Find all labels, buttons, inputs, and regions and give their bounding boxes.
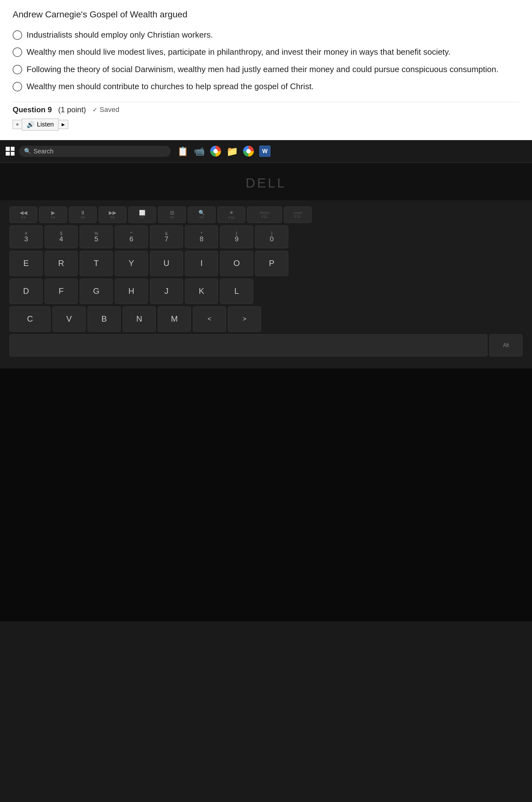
num-key-0[interactable]: ) 0 xyxy=(255,225,288,248)
key-p[interactable]: P xyxy=(255,251,288,276)
answer-option-c[interactable]: Following the theory of social Darwinism… xyxy=(13,63,519,75)
fn-key-f3[interactable]: ◀◀ F3 xyxy=(10,206,37,223)
key-u[interactable]: U xyxy=(150,251,183,276)
answer-option-d[interactable]: Wealthy men should contribute to churche… xyxy=(13,81,519,92)
play-button[interactable]: ▶ xyxy=(58,120,68,129)
num-key-8[interactable]: * 8 xyxy=(185,225,218,248)
f11-label: PrtScr xyxy=(260,211,270,215)
windows-logo-q2 xyxy=(11,147,15,151)
question-footer: Question 9 (1 point) ✓ Saved xyxy=(13,102,519,114)
key-d[interactable]: D xyxy=(10,279,43,304)
num8-char: 8 xyxy=(200,236,203,243)
asdf-row: D F G H J K L xyxy=(10,279,522,304)
f3-label: F3 xyxy=(21,216,25,220)
qwerty-row: E R T Y U I O P xyxy=(10,251,522,276)
f3-icon: ◀◀ xyxy=(20,210,27,216)
taskbar-icon-folder[interactable]: 📁 xyxy=(224,144,240,159)
saved-label: Saved xyxy=(99,106,119,114)
f7-icon: ⬜ xyxy=(139,210,146,216)
num0-char: 0 xyxy=(270,236,273,243)
fn-key-f8[interactable]: ⊟ F8 xyxy=(158,206,186,223)
hamburger-button[interactable]: ≡ xyxy=(13,120,22,129)
n-label: N xyxy=(136,314,142,324)
taskbar-icon-word[interactable]: W xyxy=(257,144,272,159)
f5-label: F5 xyxy=(81,216,85,220)
keyboard-area: DELL ◀◀ F3 ▶ F4 ⏸ F5 ▶▶ F6 ⬜ F7 xyxy=(0,163,532,369)
alt-key[interactable]: Alt xyxy=(489,334,522,356)
answer-options: Industrialists should employ only Christ… xyxy=(13,29,519,92)
f6-icon: ▶▶ xyxy=(109,210,116,216)
key-t[interactable]: T xyxy=(80,251,113,276)
f6-label: F6 xyxy=(111,216,115,220)
m-label: M xyxy=(171,314,178,324)
file-icon: 📋 xyxy=(177,146,188,156)
radio-b[interactable] xyxy=(13,48,22,57)
num-key-4[interactable]: $ 4 xyxy=(44,225,78,248)
key-b[interactable]: B xyxy=(88,306,121,332)
key-k[interactable]: K xyxy=(185,279,218,304)
key-f[interactable]: F xyxy=(44,279,78,304)
space-row: Alt xyxy=(10,334,522,356)
listen-button[interactable]: 🔊 Listen xyxy=(22,118,58,131)
dell-logo-area: DELL xyxy=(0,169,532,200)
answer-option-b[interactable]: Wealthy men should live modest lives, pa… xyxy=(13,46,519,58)
taskbar-icon-video[interactable]: 📹 xyxy=(192,144,207,159)
question-heading: Andrew Carnegie's Gospel of Wealth argue… xyxy=(13,10,519,20)
fn-key-f4[interactable]: ▶ F4 xyxy=(39,206,67,223)
key-h[interactable]: H xyxy=(115,279,148,304)
radio-a[interactable] xyxy=(13,30,22,40)
fn-key-f12[interactable]: Insert F12 xyxy=(284,206,312,223)
num-key-7[interactable]: & 7 xyxy=(150,225,183,248)
key-y[interactable]: Y xyxy=(115,251,148,276)
num9-char: 9 xyxy=(234,236,238,243)
key-j[interactable]: J xyxy=(150,279,183,304)
taskbar-icon-file[interactable]: 📋 xyxy=(175,144,190,159)
key-gt[interactable]: > xyxy=(228,306,261,332)
fn-key-f11[interactable]: PrtScr F11 xyxy=(247,206,282,223)
windows-logo-q1 xyxy=(6,147,10,151)
answer-text-d: Wealthy men should contribute to churche… xyxy=(26,81,314,92)
taskbar-icon-chrome[interactable] xyxy=(208,144,223,159)
num-key-3[interactable]: # 3 xyxy=(10,225,43,248)
fn-key-f5[interactable]: ⏸ F5 xyxy=(69,206,97,223)
answer-option-a[interactable]: Industrialists should employ only Christ… xyxy=(13,29,519,40)
chrome-icon xyxy=(210,146,221,156)
f7-label: F7 xyxy=(140,216,145,220)
num-key-9[interactable]: ( 9 xyxy=(220,225,253,248)
num-key-5[interactable]: % 5 xyxy=(80,225,113,248)
fn-key-f10[interactable]: ☀ F10 xyxy=(217,206,245,223)
f12-label: Insert xyxy=(293,211,302,215)
key-m[interactable]: M xyxy=(158,306,191,332)
f4-label: F4 xyxy=(51,216,55,220)
f9-icon: 🔍 xyxy=(198,210,205,216)
fn-key-f7[interactable]: ⬜ F7 xyxy=(128,206,156,223)
spacebar[interactable] xyxy=(10,334,488,356)
gt-label: > xyxy=(243,315,247,322)
taskbar-icon-chrome2[interactable] xyxy=(241,144,256,159)
i-label: I xyxy=(201,258,203,268)
taskbar: 🔍 Search 📋 📹 📁 W xyxy=(0,140,532,163)
key-o[interactable]: O xyxy=(220,251,253,276)
key-i[interactable]: I xyxy=(185,251,218,276)
key-g[interactable]: G xyxy=(80,279,113,304)
key-v[interactable]: V xyxy=(53,306,86,332)
taskbar-search[interactable]: 🔍 Search xyxy=(19,146,171,157)
alt-label: Alt xyxy=(503,342,509,348)
keyboard-body: ◀◀ F3 ▶ F4 ⏸ F5 ▶▶ F6 ⬜ F7 ⊟ F8 xyxy=(0,200,532,369)
radio-d[interactable] xyxy=(13,82,22,91)
key-r[interactable]: R xyxy=(44,251,78,276)
fn-key-f9[interactable]: 🔍 F9 xyxy=(188,206,215,223)
key-c[interactable]: C xyxy=(10,306,51,332)
num-key-6[interactable]: ^ 6 xyxy=(115,225,148,248)
key-e[interactable]: E xyxy=(10,251,43,276)
windows-start-button[interactable] xyxy=(3,144,17,158)
v-label: V xyxy=(66,314,72,324)
listen-bar: ≡ 🔊 Listen ▶ xyxy=(13,118,519,131)
key-l[interactable]: L xyxy=(220,279,253,304)
radio-c[interactable] xyxy=(13,65,22,74)
l-label: L xyxy=(234,286,239,296)
key-lt[interactable]: < xyxy=(193,306,226,332)
key-n[interactable]: N xyxy=(122,306,156,332)
question-label: Question 9 xyxy=(13,105,52,114)
fn-key-f6[interactable]: ▶▶ F6 xyxy=(99,206,127,223)
